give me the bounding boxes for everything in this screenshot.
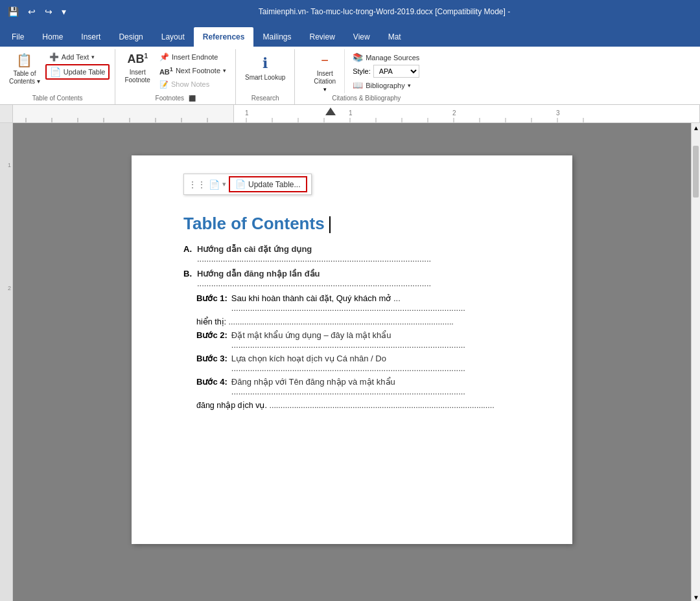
tab-design[interactable]: Design	[110, 27, 152, 47]
ruler-track: 1 1 2 3	[13, 105, 700, 122]
footnotes-expand-icon[interactable]: ⬛	[189, 95, 196, 102]
insert-footnote-icon: AB1	[127, 52, 148, 67]
footnotes-group: AB1 InsertFootnote 📌 Insert Endnote AB1 …	[115, 49, 236, 104]
update-table-button[interactable]: 📄 Update Table	[45, 64, 110, 80]
tab-review[interactable]: Review	[301, 27, 344, 47]
citations-right: 📚 Manage Sources Style: APA MLA Chicago …	[349, 49, 423, 92]
bibliography-label: Bibliography	[366, 82, 405, 89]
bibliography-icon: 📖	[353, 80, 363, 90]
margin-numbers: 1 2	[8, 162, 11, 291]
tab-mat[interactable]: Mat	[379, 27, 410, 47]
toc-entry-b: B. Hướng dẫn đăng nhập lần đầu	[183, 269, 540, 288]
tab-mailings[interactable]: Mailings	[253, 27, 300, 47]
table-of-contents-button[interactable]: 📋 Table ofContents ▾	[5, 49, 44, 88]
buoc1-label: Bước 1:	[196, 293, 228, 303]
buoc3-text: Lựa chọn kích hoạt dịch vụ Cá nhân / Do	[231, 354, 540, 373]
toc-text-b: Hướng dẫn đăng nhập lần đầu	[197, 269, 540, 288]
toc-subentry-4-cont: đăng nhập dịch vụ.	[196, 400, 540, 410]
ruler: 1 1 2 3	[0, 105, 700, 123]
scroll-up-button[interactable]: ▲	[692, 123, 700, 133]
svg-text:1: 1	[245, 109, 249, 117]
add-text-arrow: ▾	[91, 54, 95, 60]
tab-view[interactable]: View	[344, 27, 379, 47]
style-container: Style: APA MLA Chicago	[349, 65, 423, 78]
show-notes-icon: 📝	[159, 80, 169, 89]
next-footnote-button[interactable]: AB1 Next Footnote ▾	[156, 64, 230, 78]
text-cursor	[329, 216, 331, 233]
buoc4-text: Đăng nhập với Tên đăng nhập và mật khẩu	[231, 377, 540, 396]
floating-handle-icon: ⋮⋮	[188, 179, 206, 190]
insert-citation-label: InsertCitation	[314, 70, 336, 85]
toc-group-content: 📋 Table ofContents ▾ ➕ Add Text ▾ 📄 Upda…	[5, 49, 110, 93]
redo-icon[interactable]: ↪	[42, 5, 55, 18]
footnotes-side-buttons: 📌 Insert Endnote AB1 Next Footnote ▾ 📝 S…	[156, 49, 230, 91]
buoc1-text: Sau khi hoàn thành cài đặt, Quý khách mở…	[231, 293, 540, 313]
svg-text:2: 2	[452, 109, 456, 117]
next-footnote-label: Next Footnote	[176, 67, 220, 74]
smart-lookup-label: Smart Lookup	[245, 74, 285, 82]
floating-toolbar: ⋮⋮ 📄 ▾ 📄 Update Table...	[183, 174, 312, 195]
smart-lookup-button[interactable]: ℹ Smart Lookup	[241, 49, 289, 87]
toc-subentry-1: Bước 1: Sau khi hoàn thành cài đặt, Quý …	[196, 293, 540, 313]
tab-layout[interactable]: Layout	[152, 27, 194, 47]
svg-text:1: 1	[349, 109, 353, 117]
buoc3-label: Bước 3:	[196, 354, 228, 363]
tab-file[interactable]: File	[3, 27, 33, 47]
insert-endnote-icon: 📌	[159, 52, 169, 62]
insert-citation-button[interactable]: − InsertCitation	[309, 49, 340, 85]
document-page: ⋮⋮ 📄 ▾ 📄 Update Table... Table of Conten…	[132, 155, 572, 544]
scroll-down-button[interactable]: ▼	[692, 593, 700, 601]
doc-top-space	[26, 136, 678, 155]
research-group-label: Research	[249, 93, 282, 104]
document-scroll-area: ⋮⋮ 📄 ▾ 📄 Update Table... Table of Conten…	[13, 123, 691, 601]
floating-dropdown-icon[interactable]: ▾	[222, 180, 226, 188]
insert-footnote-label: InsertFootnote	[124, 69, 150, 84]
floating-doc-icon[interactable]: 📄	[209, 179, 220, 190]
toc-subentry-4: Bước 4: Đăng nhập với Tên đăng nhập và m…	[196, 377, 540, 396]
buoc2-label: Bước 2:	[196, 330, 228, 340]
vertical-scrollbar[interactable]: ▲ ▼	[691, 123, 700, 601]
tab-references[interactable]: References	[194, 27, 254, 47]
floating-update-label: Update Table...	[248, 180, 301, 189]
title-bar-icons: 💾 ↩ ↪ ▾	[5, 5, 69, 18]
show-notes-label: Show Notes	[171, 80, 209, 88]
update-table-icon: 📄	[50, 67, 61, 77]
scrollbar-thumb[interactable]	[693, 146, 699, 198]
left-margin: 1 2	[0, 123, 13, 601]
toc-label-a: A.	[183, 244, 192, 254]
toc-subentry-3: Bước 3: Lựa chọn kích hoạt dịch vụ Cá nh…	[196, 354, 540, 373]
svg-text:3: 3	[556, 109, 560, 117]
tab-home[interactable]: Home	[33, 27, 72, 47]
toc-title: Table of Contents	[183, 214, 540, 234]
svg-marker-22	[325, 108, 336, 115]
toc-subentry-1-cont: hiển thị:	[196, 317, 540, 326]
tab-insert[interactable]: Insert	[72, 27, 110, 47]
buoc4-label: Bước 4:	[196, 377, 228, 387]
floating-update-table-button[interactable]: 📄 Update Table...	[229, 176, 307, 192]
manage-sources-button[interactable]: 📚 Manage Sources	[349, 51, 423, 64]
floating-update-icon: 📄	[235, 179, 246, 189]
toc-entry-a: A. Hướng dẫn cài đặt ứng dụng	[183, 244, 540, 264]
footnotes-group-label: Footnotes ⬛	[153, 93, 198, 104]
add-text-button[interactable]: ➕ Add Text ▾	[45, 51, 110, 63]
style-select[interactable]: APA MLA Chicago	[373, 65, 419, 78]
insert-citation-arrow[interactable]: ▾	[320, 85, 331, 93]
title-bar: 💾 ↩ ↪ ▾ Taimienphi.vn- Tao-muc-luc-trong…	[0, 0, 700, 23]
toc-group-label: Table of Contents	[30, 93, 86, 104]
customize-icon[interactable]: ▾	[59, 5, 69, 18]
bibliography-arrow: ▾	[408, 82, 411, 89]
ribbon-tabs: File Home Insert Design Layout Reference…	[0, 23, 700, 47]
toc-container: Table of Contents A. Hướng dẫn cài đặt ứ…	[183, 181, 540, 410]
show-notes-button[interactable]: 📝 Show Notes	[156, 78, 230, 91]
bibliography-button[interactable]: 📖 Bibliography ▾	[349, 78, 423, 92]
document-title: Taimienphi.vn- Tao-muc-luc-trong-Word-20…	[74, 7, 695, 16]
ruler-ticks: 1 1 2 3	[13, 105, 700, 122]
research-group-content: ℹ Smart Lookup	[241, 49, 289, 93]
toc-side-buttons: ➕ Add Text ▾ 📄 Update Table	[45, 49, 110, 80]
save-icon[interactable]: 💾	[5, 5, 21, 18]
insert-citation-icon: −	[321, 52, 329, 69]
research-group: ℹ Smart Lookup Research	[236, 49, 295, 104]
insert-endnote-button[interactable]: 📌 Insert Endnote	[156, 51, 230, 63]
insert-footnote-button[interactable]: AB1 InsertFootnote	[121, 49, 154, 87]
undo-icon[interactable]: ↩	[25, 5, 38, 18]
